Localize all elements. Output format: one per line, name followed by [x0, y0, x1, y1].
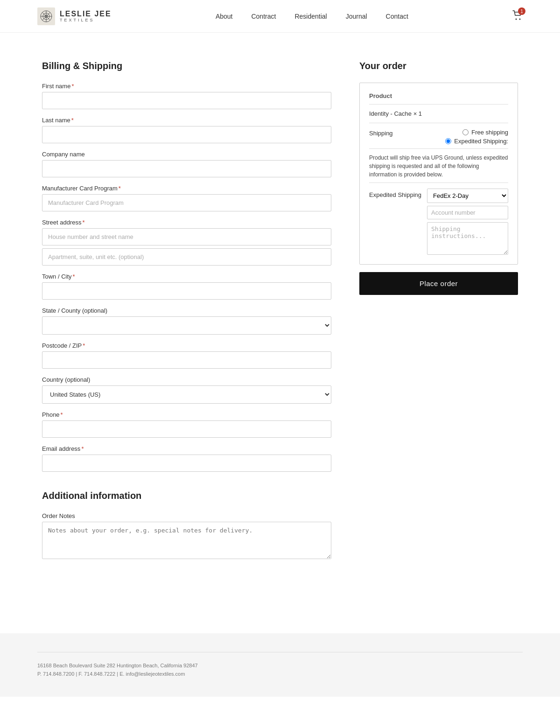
order-notes-group: Order Notes [42, 512, 331, 560]
country-select[interactable]: United States (US) [42, 385, 331, 404]
email-input[interactable] [42, 455, 331, 472]
first-name-label: First name* [42, 83, 331, 90]
logo-sub: TEXTILES [60, 18, 112, 22]
logo-name: LESLIE JEE [60, 10, 112, 18]
first-name-group: First name* [42, 83, 331, 109]
last-name-input[interactable] [42, 126, 331, 143]
shipping-options: Free shipping Expedited Shipping: [445, 129, 508, 145]
svg-point-9 [519, 19, 521, 20]
footer: 16168 Beach Boulevard Suite 282 Huntingt… [0, 633, 560, 697]
state-label: State / County (optional) [42, 307, 331, 314]
shipping-note: Product will ship free via UPS Ground, u… [369, 148, 508, 179]
nav-journal[interactable]: Journal [346, 13, 367, 20]
country-label: Country (optional) [42, 376, 331, 383]
phone-label: Phone* [42, 411, 331, 418]
nav-residential[interactable]: Residential [294, 13, 327, 20]
main-nav: About Contract Residential Journal Conta… [216, 13, 408, 20]
billing-title: Billing & Shipping [42, 61, 331, 71]
logo[interactable]: LESLIE JEE TEXTILES [37, 7, 112, 25]
nav-contract[interactable]: Contract [251, 13, 276, 20]
state-group: State / County (optional) [42, 307, 331, 335]
email-label: Email address* [42, 445, 331, 452]
free-shipping-option[interactable]: Free shipping [462, 129, 508, 136]
product-name: Identity - Cache × 1 [369, 110, 508, 123]
expedited-shipping-label: Expedited Shipping: [454, 138, 508, 145]
company-name-label: Company name [42, 151, 331, 158]
cart-badge: 1 [518, 7, 525, 15]
additional-title: Additional information [42, 490, 331, 501]
logo-icon [37, 7, 55, 25]
order-box: Product Identity - Cache × 1 Shipping Fr… [359, 83, 518, 265]
footer-address: 16168 Beach Boulevard Suite 282 Huntingt… [37, 662, 523, 670]
expedited-fields: FedEx 2-Day [427, 189, 508, 255]
shipping-row: Shipping Free shipping Expedited Shippin… [369, 129, 508, 145]
order-title: Your order [359, 61, 518, 71]
account-number-input[interactable] [427, 206, 508, 219]
zip-input[interactable] [42, 351, 331, 369]
manufacturer-input[interactable] [42, 194, 331, 211]
order-notes-textarea[interactable] [42, 522, 331, 559]
expedited-label: Expedited Shipping [369, 189, 421, 198]
required-star: * [71, 83, 74, 90]
email-group: Email address* [42, 445, 331, 472]
expedited-shipping-option[interactable]: Expedited Shipping: [445, 138, 508, 145]
cart-button[interactable]: 1 [512, 10, 523, 22]
state-select[interactable] [42, 316, 331, 335]
street-label: Street address* [42, 219, 331, 226]
free-shipping-label: Free shipping [471, 129, 508, 136]
company-name-input[interactable] [42, 160, 331, 177]
first-name-input[interactable] [42, 92, 331, 109]
last-name-label: Last name* [42, 117, 331, 124]
nav-about[interactable]: About [216, 13, 233, 20]
last-name-group: Last name* [42, 117, 331, 143]
svg-point-8 [516, 19, 517, 20]
footer-divider [37, 652, 523, 652]
street-input[interactable] [42, 228, 331, 245]
shipping-instructions-textarea[interactable] [427, 222, 508, 255]
shipping-label: Shipping [369, 129, 393, 137]
billing-section: Billing & Shipping First name* Last name… [42, 61, 331, 568]
additional-section: Additional information Order Notes [42, 490, 331, 560]
zip-group: Postcode / ZIP* [42, 342, 331, 369]
expedited-section: Expedited Shipping FedEx 2-Day [369, 182, 508, 255]
place-order-button[interactable]: Place order [359, 272, 518, 295]
street-address-group: Street address* [42, 219, 331, 266]
product-header: Product [369, 92, 508, 105]
city-label: Town / City* [42, 273, 331, 280]
order-section: Your order Product Identity - Cache × 1 … [359, 61, 518, 295]
manufacturer-label: Manufacturer Card Program* [42, 185, 331, 192]
phone-group: Phone* [42, 411, 331, 438]
footer-phone: P. 714.848.7200 | F. 714.848.7222 | E. i… [37, 670, 523, 679]
phone-input[interactable] [42, 420, 331, 438]
nav-contact[interactable]: Contact [386, 13, 408, 20]
city-group: Town / City* [42, 273, 331, 300]
manufacturer-group: Manufacturer Card Program* [42, 185, 331, 211]
company-name-group: Company name [42, 151, 331, 177]
zip-label: Postcode / ZIP* [42, 342, 331, 349]
fedex-select[interactable]: FedEx 2-Day [427, 189, 508, 203]
city-input[interactable] [42, 282, 331, 300]
country-group: Country (optional) United States (US) [42, 376, 331, 404]
expedited-shipping-radio[interactable] [445, 138, 451, 144]
order-notes-label: Order Notes [42, 512, 331, 519]
apt-input[interactable] [42, 248, 331, 266]
free-shipping-radio[interactable] [462, 129, 469, 135]
expedited-row: Expedited Shipping FedEx 2-Day [369, 189, 508, 255]
